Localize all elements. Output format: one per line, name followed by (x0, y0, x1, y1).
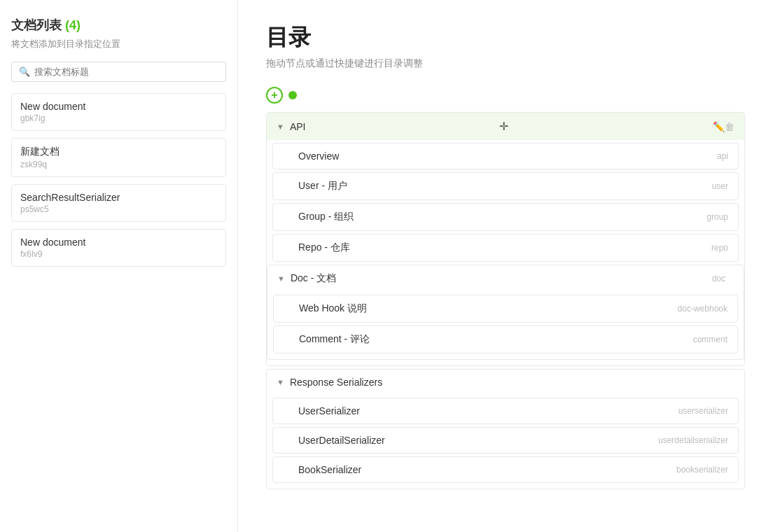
toc-item-userdetailserializer[interactable]: UserDetailSerializer userdetailserialize… (272, 427, 739, 454)
drag-icon: ✛ (499, 120, 508, 133)
left-panel: 文档列表 (4) 将文档添加到目录指定位置 🔍 New document gbk… (0, 0, 238, 532)
toc-group-doc-slug: doc (712, 274, 725, 284)
panel-title: 文档列表 (4) (11, 17, 226, 34)
search-input[interactable] (34, 66, 218, 77)
toc-group-api-body: Overview api User - 用户 user Group - 组织 g… (267, 143, 744, 365)
toc-group-doc-name: Doc - 文档 (291, 272, 501, 285)
chevron-down-icon: ▼ (277, 122, 284, 131)
list-item[interactable]: New document gbk7ig (11, 93, 226, 131)
toc-item-comment[interactable]: Comment - 评论 comment (273, 326, 738, 354)
doc-item-id: gbk7ig (20, 113, 217, 123)
toc-item-bookserializer[interactable]: BookSerializer bookserializer (272, 456, 739, 483)
doc-item-title: New document (20, 101, 217, 112)
list-item[interactable]: SearchResultSerializer ps5wc5 (11, 184, 226, 222)
toc-toolbar: + (266, 87, 745, 104)
page-subtitle: 拖动节点或通过快捷键进行目录调整 (266, 57, 745, 70)
delete-icon[interactable]: 🗑 (725, 121, 734, 132)
toc-group-serializers-name: Response Serializers (290, 377, 513, 388)
doc-item-id: zsk99q (20, 160, 217, 169)
document-list: New document gbk7ig 新建文档 zsk99q SearchRe… (11, 93, 226, 267)
search-box[interactable]: 🔍 (11, 62, 226, 82)
toc-item-userserializer[interactable]: UserSerializer userserializer (272, 398, 739, 424)
toc-container: ▼ API ✛ ✏️ 🗑 Overview api User - 用户 user… (266, 112, 745, 489)
doc-item-title: New document (20, 237, 217, 248)
toc-group-doc-body: Web Hook 说明 doc-webhook Comment - 评论 com… (267, 295, 744, 359)
toc-item-repo[interactable]: Repo - 仓库 repo (272, 234, 739, 262)
edit-icon[interactable]: ✏️ (713, 121, 725, 132)
doc-item-title: 新建文档 (20, 146, 217, 158)
toc-group-serializers: ▼ Response Serializers UserSerializer us… (266, 369, 745, 489)
doc-count: (4) (65, 18, 81, 32)
doc-item-title: SearchResultSerializer (20, 192, 217, 203)
add-button[interactable]: + (266, 87, 283, 104)
search-icon: 🔍 (19, 66, 30, 77)
toc-group-api: ▼ API ✛ ✏️ 🗑 Overview api User - 用户 user… (266, 112, 745, 366)
toc-group-doc-header[interactable]: ▼ Doc - 文档 doc (267, 265, 744, 292)
toc-item-overview[interactable]: Overview api (272, 143, 739, 169)
toc-item-user[interactable]: User - 用户 user (272, 172, 739, 200)
doc-item-id: ps5wc5 (20, 204, 217, 214)
panel-subtitle: 将文档添加到目录指定位置 (11, 38, 226, 50)
toc-group-api-name: API (290, 121, 494, 132)
toc-item-webhook[interactable]: Web Hook 说明 doc-webhook (273, 295, 738, 323)
panel-title-text: 文档列表 (11, 18, 62, 32)
toc-group-doc: ▼ Doc - 文档 doc Web Hook 说明 doc-webhook C… (267, 265, 744, 360)
toc-group-serializers-header[interactable]: ▼ Response Serializers (267, 370, 744, 395)
list-item[interactable]: New document fx6lv9 (11, 229, 226, 267)
doc-item-id: fx6lv9 (20, 249, 217, 259)
status-dot (288, 91, 297, 99)
page-title: 目录 (266, 22, 745, 53)
toc-item-group[interactable]: Group - 组织 group (272, 203, 739, 231)
toc-group-serializers-body: UserSerializer userserializer UserDetail… (267, 398, 744, 489)
list-item[interactable]: 新建文档 zsk99q (11, 138, 226, 177)
right-panel: 目录 拖动节点或通过快捷键进行目录调整 + ▼ API ✛ ✏️ 🗑 Overv… (238, 0, 773, 532)
chevron-down-icon: ▼ (277, 378, 284, 386)
toc-group-api-header[interactable]: ▼ API ✛ ✏️ 🗑 (267, 113, 744, 140)
chevron-down-icon: ▼ (277, 274, 285, 283)
